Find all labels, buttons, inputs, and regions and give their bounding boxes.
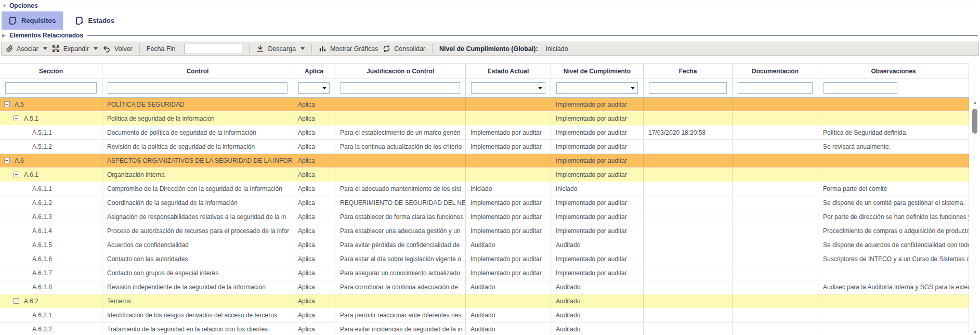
cell-seccion: A.6.1.8 [0,280,102,294]
table-row[interactable]: A.5.1.1Documento de política de segurida… [0,126,969,140]
column-header-justificacion[interactable]: Justificación o Control [335,63,466,79]
scrollbar-thumb[interactable] [972,109,977,134]
cell-documentacion [733,140,818,154]
cell-control: Identificación de los riesgos derivados … [102,308,293,323]
table-row[interactable]: A.6.2.2Tratamiento de la seguridad en la… [0,323,969,335]
scroll-down-icon[interactable]: ▼ [972,329,978,335]
column-header-seccion[interactable]: Sección [0,63,102,79]
cell-aplica: Aplica [293,308,335,323]
table-row[interactable]: A.6.1.7Contacto con grupos de especial i… [0,266,969,280]
cell-fecha [644,294,733,308]
collapse-right-icon[interactable]: ▶ [2,33,9,38]
column-header-documentacion[interactable]: Documentación [733,63,818,79]
descarga-button[interactable]: Descarga [256,45,305,53]
collapse-toggle[interactable]: − [4,101,10,107]
filter-input-control[interactable] [108,82,288,94]
tab-estados[interactable]: Estados [68,11,122,30]
opciones-label: Opciones [9,2,38,9]
column-header-estado[interactable]: Estado Actual [466,63,551,79]
filter-input-justificacion[interactable] [341,82,460,94]
table-row[interactable]: A.6.1.8Revisión independiente de la segu… [0,280,969,294]
tab-requisitos[interactable]: Requisitos [2,11,63,30]
filter-cell-observaciones [818,79,969,98]
collapse-toggle[interactable]: − [4,158,10,163]
table-row[interactable]: A.6.2.1Identificación de los riesgos der… [0,308,969,323]
table-row[interactable]: A.6.1.4Proceso de autorización de recurs… [0,224,969,238]
seccion-label: A.5.1.1 [32,129,52,136]
tab-label: Estados [88,17,114,24]
scroll-up-icon[interactable]: ▲ [972,99,978,106]
table-row[interactable]: −A.6ASPECTOS ORGANIZATIVOS DE LA SEGURID… [0,154,969,168]
filter-input-seccion[interactable] [5,82,97,94]
cell-control: Terceros [102,294,293,308]
table-row[interactable]: −A.5POLÍTICA DE SEGURIDADAplicaImplement… [0,98,969,112]
cell-control: Compromiso de la Dirección con la seguri… [102,182,293,196]
table-row[interactable]: A.5.1.2Revisión de la política de seguri… [0,140,969,154]
elementos-section-header[interactable]: ▶ Elementos Relacionados [0,31,980,40]
cell-justificacion [335,154,466,168]
collapse-toggle[interactable]: − [14,172,19,177]
collapse-toggle[interactable]: − [14,115,19,121]
tab-bar: Requisitos Estados [2,11,980,30]
cell-nivel: Auditado [551,308,644,323]
vertical-scrollbar[interactable]: ▲ ▼ [972,97,978,335]
table-row[interactable]: A.6.1.3Asignación de responsabilidades r… [0,210,969,224]
expandir-button[interactable]: Expandir [52,45,98,53]
cell-observaciones [818,308,969,323]
filter-input-fecha[interactable] [649,82,727,94]
cell-documentacion [733,168,818,182]
collapse-down-icon[interactable]: ▼ [2,3,9,8]
column-header-aplica[interactable]: Aplica [293,63,335,79]
cell-justificacion: Para corroborar la continua adecuación d… [335,280,466,294]
filter-cell-estado [466,79,551,98]
consolidar-button[interactable]: Consolidar [383,45,425,53]
cell-justificacion: Para estar al día sobre legislación vige… [335,252,466,266]
collapse-toggle[interactable]: − [14,298,19,304]
cell-fecha [644,323,733,335]
opciones-section-header[interactable]: ▼ Opciones [0,2,980,10]
cell-justificacion: Para el adecuado mantenimiento de los si… [335,182,466,196]
filter-select-estado[interactable] [471,82,545,94]
cell-documentacion [733,182,818,196]
cell-observaciones [818,323,969,335]
cell-fecha [644,266,733,280]
table-row[interactable]: −A.6.2TercerosAplicaAuditado [0,294,969,308]
chevron-down-icon [94,47,98,50]
filter-input-observaciones[interactable] [824,82,897,94]
table-row[interactable]: A.6.1.5Acuerdos de confidencialidadAplic… [0,238,969,252]
volver-button[interactable]: Volver [102,45,133,53]
column-header-observaciones[interactable]: Observaciones [818,63,969,79]
column-header-fecha[interactable]: Fecha [644,63,733,79]
asociar-button[interactable]: Asociar [6,45,47,53]
cell-control: Proceso de autorización de recursos para… [102,224,293,238]
cell-justificacion: Para asegurar un conocimiento actualizad… [335,266,466,280]
filter-select-nivel[interactable] [556,82,638,94]
cell-nivel: Implementado por auditar [551,168,644,182]
cell-seccion: −A.6.2 [0,294,102,308]
nivel-global-label: Nivel de Cumplimiento (Global): [439,45,538,53]
cell-observaciones: Forma parte del comité [818,182,969,196]
filter-input-documentacion[interactable] [738,82,813,94]
filter-select-aplica[interactable] [298,82,330,94]
table-row[interactable]: −A.5.1Política de seguridad de la inform… [0,112,969,126]
undo-icon [102,45,111,53]
cell-justificacion: Para evitar incidencias de seguridad de … [335,323,466,335]
cell-observaciones [818,266,969,280]
table-row[interactable]: A.6.1.6Contacto con las autoridadesAplic… [0,252,969,266]
column-header-control[interactable]: Control [102,63,293,79]
bar-chart-icon [319,45,326,53]
cell-observaciones [818,294,969,308]
column-header-nivel[interactable]: Nivel de Cumplimiento [551,63,644,79]
table-row[interactable]: A.6.1.2Coordinación de la seguridad de l… [0,196,969,210]
table-row[interactable]: −A.6.1Organización internaAplicaImplemen… [0,168,969,182]
toolbar-separator [432,44,433,54]
cell-control: Acuerdos de confidencialidad [102,238,293,252]
table-row[interactable]: A.6.1.1Compromiso de la Dirección con la… [0,182,969,196]
seccion-label: A.6.1.2 [32,199,52,207]
mostrar-graficas-button[interactable]: Mostrar Gráficas [319,45,378,53]
cell-fecha [644,182,733,196]
cell-fecha [644,98,733,112]
fecha-fin-input[interactable] [184,44,242,54]
bookmark-edit-icon [75,17,84,25]
cell-documentacion [733,294,818,308]
